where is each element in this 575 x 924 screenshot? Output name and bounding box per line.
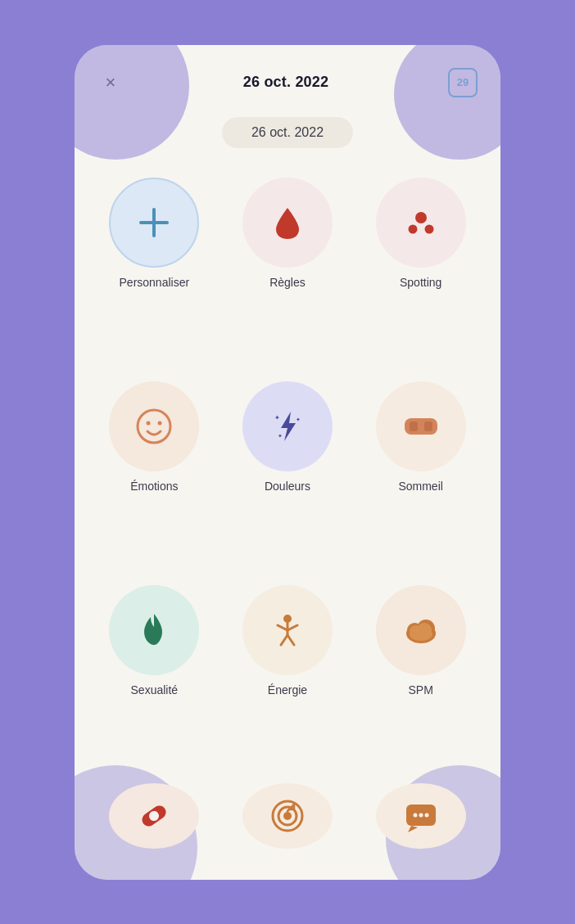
spotting-icon-circle <box>376 178 466 268</box>
svg-text:✦: ✦ <box>296 417 301 422</box>
regles-label: Règles <box>269 276 306 289</box>
svg-text:✦: ✦ <box>274 414 280 421</box>
energie-icon-circle <box>242 585 333 675</box>
grid-item-medicaments[interactable] <box>88 773 221 867</box>
close-button[interactable]: × <box>97 70 124 96</box>
pill-icon <box>133 795 175 837</box>
svg-point-7 <box>158 421 162 425</box>
svg-point-6 <box>147 421 151 425</box>
pillow-icon <box>400 405 442 448</box>
grid-item-emotions[interactable]: Émotions <box>88 372 221 569</box>
svg-point-29 <box>419 813 423 817</box>
medicaments-icon-circle <box>109 783 199 849</box>
main-grid: Personnaliser Règles <box>75 168 500 773</box>
grid-item-sommeil[interactable]: Sommeil <box>354 372 487 569</box>
emotions-icon-circle <box>109 381 199 471</box>
grid-item-energie[interactable]: Énergie <box>221 575 355 773</box>
energie-label: Énergie <box>268 683 307 696</box>
header-title: 26 oct. 2022 <box>243 74 328 91</box>
bottom-partial-row <box>75 773 500 880</box>
drop-icon <box>266 201 309 244</box>
grid-item-spm[interactable]: SPM <box>354 575 487 773</box>
target-icon <box>266 795 309 837</box>
smiley-icon <box>133 405 175 448</box>
phone-card: × 26 oct. 2022 29 26 oct. 2022 Personnal… <box>75 45 500 880</box>
grid-item-regles[interactable]: Règles <box>221 168 355 365</box>
svg-point-20 <box>410 628 432 641</box>
lightning-icon: ✦ ✦ ✦ <box>266 405 309 448</box>
svg-point-28 <box>413 813 417 817</box>
grid-item-personnaliser[interactable]: Personnaliser <box>88 168 221 365</box>
douleurs-icon-circle: ✦ ✦ ✦ <box>242 381 333 471</box>
svg-point-30 <box>424 813 428 817</box>
douleurs-label: Douleurs <box>265 480 310 493</box>
svg-point-5 <box>138 410 170 443</box>
sexualite-label: Sexualité <box>131 683 179 696</box>
personnaliser-label: Personnaliser <box>120 276 190 289</box>
svg-point-3 <box>408 224 417 233</box>
svg-rect-13 <box>424 421 432 431</box>
grid-item-spotting[interactable]: Spotting <box>354 168 487 365</box>
svg-point-4 <box>424 224 433 233</box>
spm-icon-circle <box>376 585 466 675</box>
flame-icon <box>133 609 175 651</box>
svg-text:✦: ✦ <box>278 433 283 439</box>
chat-icon <box>400 795 442 837</box>
grid-item-sexualite[interactable]: Sexualité <box>88 575 221 773</box>
svg-point-25 <box>283 812 292 820</box>
date-pill-wrap: 26 oct. 2022 <box>75 110 500 168</box>
grid-item-objectifs[interactable] <box>221 773 355 867</box>
calendar-button[interactable]: 29 <box>448 68 478 97</box>
regles-icon-circle <box>242 178 333 268</box>
content: × 26 oct. 2022 29 26 oct. 2022 Personnal… <box>75 45 500 880</box>
spm-label: SPM <box>408 683 432 696</box>
header: × 26 oct. 2022 29 <box>75 45 500 110</box>
person-icon <box>266 609 309 651</box>
date-pill[interactable]: 26 oct. 2022 <box>222 117 353 148</box>
dots-icon <box>400 201 442 244</box>
sexualite-icon-circle <box>109 585 199 675</box>
svg-rect-12 <box>410 421 418 431</box>
grid-item-douleurs[interactable]: ✦ ✦ ✦ Douleurs <box>221 372 355 569</box>
sommeil-icon-circle <box>376 381 466 471</box>
calendar-number: 29 <box>457 76 469 88</box>
notes-icon-circle <box>376 783 466 849</box>
plus-icon <box>133 201 175 244</box>
grid-item-notes[interactable] <box>354 773 487 867</box>
spotting-label: Spotting <box>400 276 441 289</box>
objectifs-icon-circle <box>242 783 333 849</box>
cloud-icon <box>400 609 442 651</box>
emotions-label: Émotions <box>130 480 178 493</box>
sommeil-label: Sommeil <box>398 480 442 493</box>
svg-point-2 <box>415 212 427 223</box>
personnaliser-icon-circle <box>109 178 199 268</box>
